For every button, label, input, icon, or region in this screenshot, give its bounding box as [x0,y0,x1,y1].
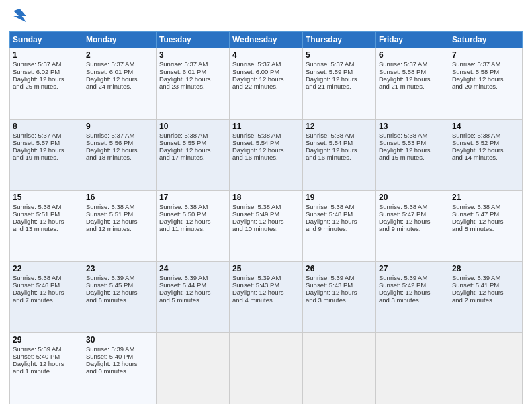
day-info-line: Daylight: 12 hours [13,218,80,225]
calendar-week-row: 1Sunrise: 5:37 AMSunset: 6:02 PMDaylight… [10,48,523,120]
day-number: 3 [159,50,226,60]
calendar-day-cell: 13Sunrise: 5:38 AMSunset: 5:53 PMDayligh… [376,120,449,191]
day-info-line: Sunset: 5:48 PM [306,210,373,218]
day-info-line: and 2 minutes. [452,296,519,304]
day-info-line: Sunrise: 5:38 AM [379,203,446,210]
logo-icon [9,7,28,26]
day-info-line: Sunset: 5:59 PM [306,68,373,75]
day-info-line: and 13 minutes. [13,225,80,232]
day-info-line: Sunset: 5:41 PM [452,281,519,289]
day-info-line: and 6 minutes. [86,296,153,304]
day-info-line: Sunset: 5:54 PM [306,139,373,146]
day-info-line: and 14 minutes. [452,154,519,161]
day-number: 22 [13,264,80,273]
day-info-line: Daylight: 12 hours [306,146,373,154]
day-info-line: and 11 minutes. [159,225,226,232]
calendar-day-cell: 8Sunrise: 5:37 AMSunset: 5:57 PMDaylight… [10,120,83,191]
col-header-tuesday: Tuesday [157,32,230,48]
day-info-line: Sunset: 5:40 PM [86,353,153,360]
day-info-line: Sunset: 6:01 PM [159,68,226,75]
calendar-empty-cell [449,333,523,404]
day-info-line: Sunrise: 5:37 AM [306,60,373,68]
day-info-line: Sunset: 5:45 PM [86,281,153,289]
day-info-line: and 5 minutes. [159,296,226,304]
day-info-line: Sunrise: 5:37 AM [379,60,446,68]
day-info-line: Sunrise: 5:39 AM [452,274,519,281]
col-header-monday: Monday [83,32,157,48]
day-info-line: and 4 minutes. [232,296,300,304]
day-number: 1 [13,50,80,60]
day-info-line: Sunset: 5:53 PM [379,139,446,146]
day-info-line: Sunrise: 5:38 AM [452,132,519,139]
day-info-line: Daylight: 12 hours [232,289,300,296]
day-info-line: Daylight: 12 hours [159,75,226,83]
day-info-line: Sunrise: 5:38 AM [13,274,80,281]
day-info-line: Daylight: 12 hours [159,289,226,296]
day-info-line: and 0 minutes. [86,367,153,375]
day-info-line: Daylight: 12 hours [232,146,300,154]
day-info-line: Sunset: 5:44 PM [159,281,226,289]
day-info-line: and 16 minutes. [306,154,373,161]
day-info-line: Sunset: 5:51 PM [86,210,153,218]
calendar-week-row: 22Sunrise: 5:38 AMSunset: 5:46 PMDayligh… [10,262,523,333]
calendar-day-cell: 26Sunrise: 5:39 AMSunset: 5:43 PMDayligh… [303,262,376,333]
logo [9,7,31,26]
day-info-line: Sunset: 5:47 PM [452,210,519,218]
day-info-line: and 10 minutes. [232,225,300,232]
day-info-line: and 15 minutes. [379,154,446,161]
day-info-line: Daylight: 12 hours [379,218,446,225]
day-info-line: Sunrise: 5:37 AM [86,132,153,139]
col-header-saturday: Saturday [449,32,523,48]
day-info-line: Sunset: 5:49 PM [232,210,300,218]
calendar-day-cell: 24Sunrise: 5:39 AMSunset: 5:44 PMDayligh… [157,262,230,333]
day-number: 16 [86,193,153,202]
calendar-day-cell: 21Sunrise: 5:38 AMSunset: 5:47 PMDayligh… [449,191,523,262]
calendar-day-cell: 30Sunrise: 5:39 AMSunset: 5:40 PMDayligh… [83,333,157,404]
day-number: 11 [232,122,300,131]
calendar-day-cell: 27Sunrise: 5:39 AMSunset: 5:42 PMDayligh… [376,262,449,333]
day-info-line: Daylight: 12 hours [452,146,519,154]
calendar-day-cell: 18Sunrise: 5:38 AMSunset: 5:49 PMDayligh… [230,191,303,262]
day-info-line: Sunrise: 5:39 AM [13,345,80,353]
day-number: 21 [452,193,519,202]
calendar-empty-cell [376,333,449,404]
day-info-line: Sunrise: 5:38 AM [232,203,300,210]
day-info-line: Sunrise: 5:37 AM [159,60,226,68]
day-info-line: Sunrise: 5:38 AM [86,203,153,210]
day-info-line: Sunrise: 5:38 AM [452,203,519,210]
day-info-line: Daylight: 12 hours [379,75,446,83]
day-info-line: Daylight: 12 hours [159,218,226,225]
day-info-line: and 24 minutes. [86,83,153,90]
day-info-line: and 23 minutes. [159,83,226,90]
day-info-line: Daylight: 12 hours [13,360,80,367]
day-info-line: Sunrise: 5:38 AM [306,203,373,210]
day-info-line: Daylight: 12 hours [13,146,80,154]
day-info-line: Sunset: 5:47 PM [379,210,446,218]
day-info-line: Daylight: 12 hours [86,75,153,83]
day-info-line: Sunrise: 5:38 AM [159,203,226,210]
day-info-line: Sunset: 6:00 PM [232,68,300,75]
day-info-line: Daylight: 12 hours [452,218,519,225]
calendar-day-cell: 6Sunrise: 5:37 AMSunset: 5:58 PMDaylight… [376,48,449,120]
day-info-line: Daylight: 12 hours [306,218,373,225]
calendar-day-cell: 2Sunrise: 5:37 AMSunset: 6:01 PMDaylight… [83,48,157,120]
day-info-line: and 1 minute. [13,367,80,375]
calendar-header-row: SundayMondayTuesdayWednesdayThursdayFrid… [10,32,523,48]
day-number: 25 [232,264,300,273]
day-number: 8 [13,122,80,131]
day-info-line: Daylight: 12 hours [86,360,153,367]
calendar-day-cell: 4Sunrise: 5:37 AMSunset: 6:00 PMDaylight… [230,48,303,120]
day-info-line: Daylight: 12 hours [86,146,153,154]
col-header-wednesday: Wednesday [230,32,303,48]
day-info-line: Sunrise: 5:37 AM [13,132,80,139]
day-number: 19 [306,193,373,202]
day-info-line: Sunset: 5:43 PM [232,281,300,289]
day-number: 14 [452,122,519,131]
day-number: 7 [452,50,519,60]
calendar-day-cell: 10Sunrise: 5:38 AMSunset: 5:55 PMDayligh… [157,120,230,191]
day-info-line: Sunset: 5:43 PM [306,281,373,289]
day-number: 2 [86,50,153,60]
day-info-line: and 22 minutes. [232,83,300,90]
day-number: 23 [86,264,153,273]
day-info-line: Daylight: 12 hours [86,218,153,225]
